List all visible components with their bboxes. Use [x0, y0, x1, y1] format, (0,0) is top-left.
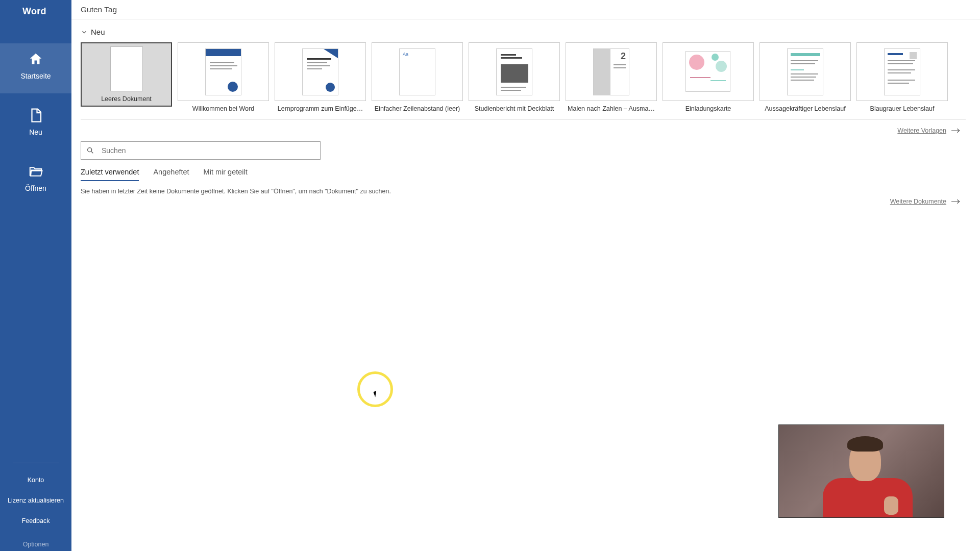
template-study-report[interactable]: Studienbericht mit Deckblatt: [469, 42, 560, 112]
sidebar-link-lizenz[interactable]: Lizenz aktualisieren: [5, 495, 67, 506]
template-invitation[interactable]: Einladungskarte: [663, 42, 754, 112]
svg-point-0: [88, 148, 92, 152]
sidebar: Word Startseite Neu Öffnen Konto Lizenz …: [0, 0, 71, 551]
sidebar-link-konto[interactable]: Konto: [24, 474, 47, 486]
search-input[interactable]: [102, 146, 315, 155]
divider: [13, 463, 59, 463]
main-area: Guten Tag Neu Leeres Dokument: [71, 0, 980, 551]
more-documents-label: Weitere Dokumente: [890, 198, 946, 205]
more-templates-label: Weitere Vorlagen: [897, 127, 946, 134]
template-caption: Leeres Dokument: [82, 95, 171, 103]
cursor-highlight: [357, 371, 393, 407]
sidebar-item-label: Öffnen: [25, 184, 46, 192]
sidebar-item-oeffnen[interactable]: Öffnen: [0, 149, 71, 206]
sidebar-link-feedback[interactable]: Feedback: [19, 515, 53, 527]
folder-open-icon: [28, 164, 43, 181]
template-caption: Aussagekräftiger Lebenslauf: [761, 105, 850, 112]
sidebar-item-neu[interactable]: Neu: [0, 93, 71, 149]
search-box[interactable]: [81, 141, 321, 160]
search-icon: [86, 146, 94, 155]
tab-recent[interactable]: Zuletzt verwendet: [81, 168, 139, 181]
template-blue-gray-resume[interactable]: Blaugrauer Lebenslauf: [856, 42, 948, 112]
webcam-overlay: [778, 424, 944, 518]
more-documents-link[interactable]: Weitere Dokumente: [890, 198, 961, 205]
template-caption: Studienbericht mit Deckblatt: [470, 105, 559, 112]
template-caption: Einladungskarte: [664, 105, 753, 112]
sidebar-item-label: Startseite: [20, 72, 51, 80]
more-templates-link[interactable]: Weitere Vorlagen: [897, 127, 961, 134]
app-title: Word: [0, 0, 71, 23]
template-welcome[interactable]: Willkommen bei Word: [178, 42, 269, 112]
template-blank-document[interactable]: Leeres Dokument: [81, 42, 172, 107]
section-heading-label: Neu: [91, 28, 105, 36]
template-caption: Lernprogramm zum Einfüge…: [276, 105, 365, 112]
home-icon: [28, 52, 43, 69]
template-coloring[interactable]: 2 Malen nach Zahlen – Ausma…: [566, 42, 657, 112]
sidebar-item-startseite[interactable]: Startseite: [0, 43, 71, 93]
sidebar-link-optionen[interactable]: Optionen: [20, 539, 52, 550]
chevron-down-icon: [81, 29, 88, 36]
tab-shared[interactable]: Mit mir geteilt: [204, 168, 248, 181]
template-bold-resume[interactable]: Aussagekräftiger Lebenslauf: [760, 42, 851, 112]
greeting-text: Guten Tag: [81, 5, 117, 14]
arrow-right-icon: [951, 128, 961, 134]
header-bar: Guten Tag: [71, 0, 980, 19]
sidebar-item-label: Neu: [29, 128, 42, 136]
arrow-right-icon: [951, 198, 961, 205]
template-insert-tutorial[interactable]: Lernprogramm zum Einfüge…: [275, 42, 366, 112]
section-heading-neu[interactable]: Neu: [81, 28, 966, 36]
template-single-spacing[interactable]: Aa Einfacher Zeilenabstand (leer): [372, 42, 463, 112]
template-caption: Willkommen bei Word: [179, 105, 268, 112]
template-caption: Blaugrauer Lebenslauf: [857, 105, 947, 112]
tab-pinned[interactable]: Angeheftet: [153, 168, 189, 181]
document-icon: [28, 108, 43, 125]
empty-recent-message: Sie haben in letzter Zeit keine Dokument…: [81, 188, 966, 195]
template-gallery: Leeres Dokument Willkommen bei Word: [81, 42, 966, 120]
template-caption: Malen nach Zahlen – Ausma…: [567, 105, 656, 112]
template-caption: Einfacher Zeilenabstand (leer): [373, 105, 462, 112]
recent-tabs: Zuletzt verwendet Angeheftet Mit mir get…: [81, 168, 966, 182]
